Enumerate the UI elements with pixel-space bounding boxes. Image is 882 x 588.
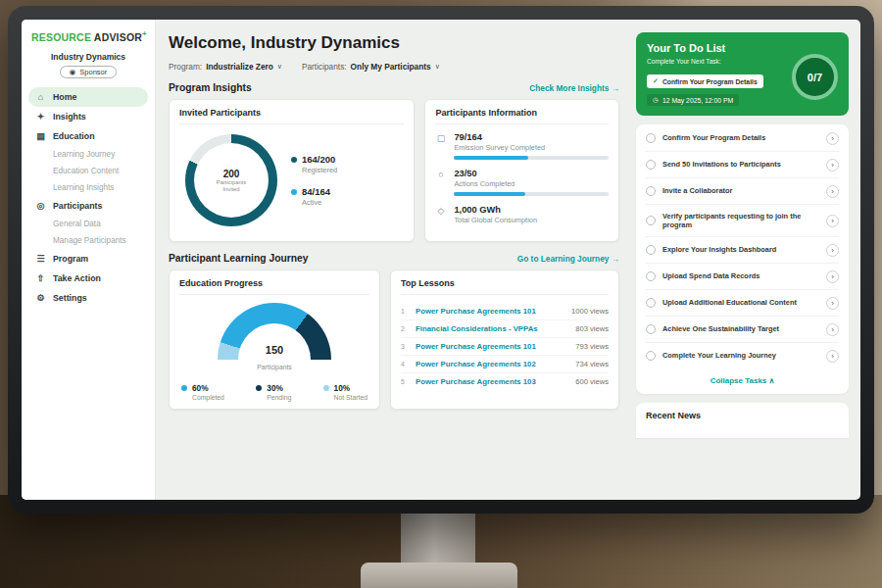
task-list-card: Confirm Your Program Details › Send 50 I… — [636, 124, 849, 394]
task-row[interactable]: Confirm Your Program Details › — [646, 125, 839, 152]
actions-icon: ○ — [435, 169, 446, 196]
sponsor-icon: ◉ — [70, 68, 76, 76]
collapse-tasks-link[interactable]: Collapse Tasks ∧ — [646, 368, 839, 392]
donut-center-value: 200 — [223, 169, 240, 179]
learning-journey-cards: Education Progress 150 Participants 60% — [169, 270, 619, 410]
chevron-right-icon[interactable]: › — [826, 350, 839, 363]
task-checkbox[interactable] — [646, 245, 656, 255]
lesson-link[interactable]: Financial Considerations - VPPAs — [416, 324, 568, 333]
top-lessons-card: Top Lessons 1 Power Purchase Agreements … — [390, 270, 619, 410]
sidebar-item-label: Participants — [53, 201, 102, 211]
legend-item-registered: 164/200 Registered — [291, 154, 337, 174]
dashboard-screen: RESOURCE ADVISOR+ Industry Dynamics ◉ Sp… — [22, 20, 860, 500]
sidebar-item-general-data[interactable]: General Data — [28, 216, 148, 232]
chevron-right-icon[interactable]: › — [826, 159, 839, 172]
task-checkbox[interactable] — [646, 271, 656, 281]
todo-summary-card: Your To Do List Complete Your Next Task:… — [636, 32, 849, 116]
todo-due-date: ◷ 12 May 2025, 12:00 PM — [647, 94, 739, 106]
gauge-center-value: 150 — [179, 344, 369, 356]
sidebar-item-program[interactable]: ☰ Program — [28, 249, 148, 269]
go-to-learning-journey-link[interactable]: Go to Learning Journey → — [517, 254, 619, 264]
task-checkbox[interactable] — [646, 216, 656, 225]
monitor-stand-neck — [401, 508, 475, 568]
sidebar-item-home[interactable]: ⌂ Home — [28, 87, 148, 107]
info-row-consumption: ◇ 1,000 GWh Total Global Consumption — [435, 205, 609, 224]
task-row[interactable]: Upload Spend Data Records › — [646, 264, 839, 290]
task-checkbox[interactable] — [646, 298, 656, 308]
task-checkbox[interactable] — [646, 160, 656, 170]
card-title: Education Progress — [179, 278, 369, 295]
chevron-right-icon[interactable]: › — [826, 215, 839, 227]
task-checkbox[interactable] — [646, 324, 656, 334]
education-legend: 60% Completed 30% Pending — [179, 383, 369, 401]
task-checkbox[interactable] — [646, 186, 656, 196]
arrow-right-icon: → — [612, 254, 619, 264]
task-row[interactable]: Invite a Collaborator › — [646, 178, 839, 205]
participants-dropdown[interactable]: Participants: Only My Participants ∨ — [302, 62, 440, 72]
sidebar-item-learning-journey[interactable]: Learning Journey — [28, 146, 148, 163]
task-row[interactable]: Achieve One Sustainability Target › — [646, 317, 839, 343]
lesson-row[interactable]: 5 Power Purchase Agreements 103 600 view… — [401, 373, 609, 390]
sidebar-item-learning-insights[interactable]: Learning Insights — [28, 179, 148, 196]
sidebar-item-participants[interactable]: ◎ Participants — [28, 196, 148, 216]
chevron-right-icon[interactable]: › — [826, 323, 839, 336]
section-title: Program Insights — [169, 82, 252, 93]
sidebar-item-education[interactable]: ▤ Education — [28, 126, 148, 146]
chevron-right-icon[interactable]: › — [826, 132, 839, 145]
invited-legend: 164/200 Registered 84/164 Active — [291, 154, 337, 207]
task-row[interactable]: Upload Additional Educational Content › — [646, 290, 839, 317]
sidebar: RESOURCE ADVISOR+ Industry Dynamics ◉ Sp… — [22, 20, 156, 500]
lesson-link[interactable]: Power Purchase Agreements 101 — [416, 342, 568, 351]
chevron-up-icon: ∧ — [769, 376, 775, 385]
chevron-right-icon[interactable]: › — [826, 270, 839, 283]
task-checkbox[interactable] — [646, 133, 656, 143]
sidebar-item-label: Take Action — [53, 273, 101, 283]
sidebar-item-label: Education — [53, 131, 95, 141]
sidebar-item-settings[interactable]: ⚙ Settings — [28, 288, 148, 308]
lesson-link[interactable]: Power Purchase Agreements 102 — [416, 360, 568, 368]
card-title: Invited Participants — [179, 108, 404, 124]
check-icon: ✓ — [653, 77, 659, 85]
lesson-link[interactable]: Power Purchase Agreements 101 — [416, 307, 564, 316]
invited-participants-card: Invited Participants 200 Participants In… — [169, 99, 415, 242]
lesson-row[interactable]: 1 Power Purchase Agreements 101 1000 vie… — [401, 303, 609, 320]
chevron-down-icon: ∨ — [435, 63, 440, 71]
monitor-stand-base — [361, 563, 517, 588]
program-icon: ☰ — [35, 254, 46, 264]
arrow-right-icon: → — [612, 83, 619, 93]
todo-title: Your To Do List — [647, 42, 838, 54]
info-row-emission-survey: ▢ 79/164 Emission Survey Completed — [435, 132, 609, 160]
sidebar-item-insights[interactable]: ✦ Insights — [28, 107, 148, 126]
check-more-insights-link[interactable]: Check More Insights → — [529, 83, 619, 93]
sidebar-item-education-content[interactable]: Education Content — [28, 163, 148, 179]
program-dropdown[interactable]: Program: Industrialize Zero ∨ — [169, 62, 282, 72]
task-row[interactable]: Verify participants requesting to join t… — [646, 205, 839, 237]
chevron-right-icon[interactable]: › — [826, 244, 839, 257]
logo-primary: RESOURCE — [31, 31, 91, 43]
education-progress-card: Education Progress 150 Participants 60% — [169, 270, 380, 410]
education-icon: ▤ — [35, 131, 46, 141]
chevron-right-icon[interactable]: › — [826, 297, 839, 310]
sidebar-nav: ⌂ Home ✦ Insights ▤ Education Learning J… — [28, 87, 148, 308]
lesson-row[interactable]: 3 Power Purchase Agreements 101 793 view… — [401, 338, 609, 356]
legend-dot — [291, 189, 297, 195]
section-title: Participant Learning Journey — [169, 253, 308, 264]
insights-icon: ✦ — [35, 112, 46, 122]
recent-news-title: Recent News — [646, 411, 701, 420]
task-row[interactable]: Send 50 Invitations to Participants › — [646, 152, 839, 178]
task-checkbox[interactable] — [646, 351, 656, 361]
learning-journey-header: Participant Learning Journey Go to Learn… — [169, 253, 619, 264]
lesson-link[interactable]: Power Purchase Agreements 103 — [416, 377, 568, 386]
task-row[interactable]: Complete Your Learning Journey › — [646, 343, 839, 368]
lesson-row[interactable]: 4 Power Purchase Agreements 102 734 view… — [401, 356, 609, 373]
donut-center-label: Participants Invited — [215, 179, 248, 193]
lesson-row[interactable]: 2 Financial Considerations - VPPAs 803 v… — [401, 320, 609, 338]
chevron-right-icon[interactable]: › — [826, 185, 839, 198]
sidebar-item-manage-participants[interactable]: Manage Participants — [28, 232, 148, 249]
sidebar-item-take-action[interactable]: ⇧ Take Action — [28, 269, 148, 288]
app-logo: RESOURCE ADVISOR+ — [28, 29, 148, 43]
participants-dropdown-value: Only My Participants — [351, 62, 431, 72]
task-row[interactable]: Explore Your Insights Dashboard › — [646, 237, 839, 264]
legend-item-active: 84/164 Active — [291, 186, 337, 207]
todo-next-task[interactable]: ✓ Confirm Your Program Details — [647, 74, 763, 88]
